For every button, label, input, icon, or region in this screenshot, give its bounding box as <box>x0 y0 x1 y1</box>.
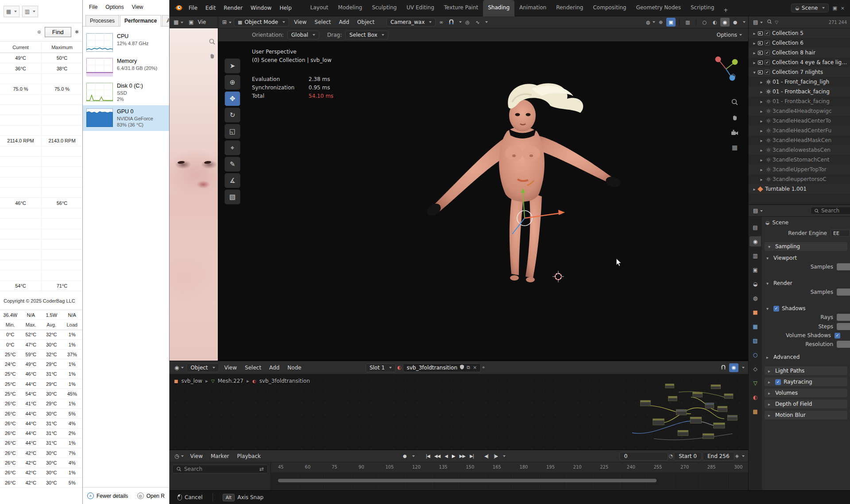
close-icon[interactable]: × <box>841 5 845 11</box>
expand-icon[interactable]: ▸ <box>758 99 765 104</box>
panels-icon[interactable]: ▥ <box>22 6 38 17</box>
gizmo-toggle-icon[interactable]: ⊕ <box>656 18 665 27</box>
shading-solid-icon[interactable]: ◐ <box>710 18 719 27</box>
outliner-item-collection-4-eye-face-lights[interactable]: ▸ ✓ Collection 4 eye & face lights <box>749 58 850 67</box>
prev-keyframe-button[interactable]: ◀◀ <box>432 453 442 459</box>
workspace-tab-animation[interactable]: Animation <box>514 0 551 16</box>
outliner-item-3candleheadcenterfu[interactable]: ▸ 3candleHeadCenterFu <box>749 126 850 135</box>
add-cube-tool[interactable]: ▧ <box>224 189 240 204</box>
keying-set-icon[interactable]: ◈ <box>735 453 739 459</box>
stats-row[interactable]: 26°C42°C30°C1% <box>0 468 82 478</box>
modifiers-properties-tab[interactable]: ▦ <box>750 321 761 331</box>
workspace-tab-scripting[interactable]: Scripting <box>686 0 719 16</box>
sensor-row[interactable] <box>0 126 82 136</box>
sensor-row[interactable]: 54°C71°C <box>0 281 82 291</box>
timeline-menu-playback[interactable]: Playback <box>233 452 265 461</box>
fake-user-shield-icon[interactable] <box>460 365 464 371</box>
world-properties-tab[interactable]: ◍ <box>750 293 761 303</box>
panel-sampling[interactable]: ▾ Sampling <box>765 242 847 251</box>
breadcrumb-svb-low[interactable]: svb_low <box>181 378 202 384</box>
node-graph-preview[interactable] <box>625 381 745 447</box>
chevron-down-icon[interactable] <box>742 455 745 457</box>
workspace-tab-sculpting[interactable]: Sculpting <box>367 0 402 16</box>
sensor-row[interactable] <box>0 208 82 219</box>
expand-icon[interactable]: ▾ <box>751 70 757 75</box>
outliner-item-collection-7-nlights[interactable]: ▾ ✓ Collection 7 nlights <box>749 67 850 77</box>
collection-checkbox[interactable]: ✓ <box>765 60 770 65</box>
stats-row[interactable]: 26°C42°C30°C4% <box>0 458 82 468</box>
workspace-tab-compositing[interactable]: Compositing <box>588 0 631 16</box>
panel-shadows[interactable]: ▾ ✓ Shadows <box>766 305 846 312</box>
sensor-row[interactable] <box>0 157 82 167</box>
menu-file[interactable]: File <box>85 3 101 11</box>
render-properties-tab[interactable]: ◉ <box>750 236 761 246</box>
sensor-row[interactable]: 2114.0 RPM2143.0 RPM <box>0 136 82 146</box>
expand-icon[interactable]: ▸ <box>758 148 765 153</box>
outliner-item-3candlestomachcent[interactable]: ▸ 3candleStomachCent <box>749 155 850 165</box>
copy-icon[interactable]: ⧉ <box>467 365 470 370</box>
menu-window[interactable]: Window <box>247 4 275 12</box>
workspace-tab-uv-editing[interactable]: UV Editing <box>402 0 439 16</box>
workspace-tab-geometry-nodes[interactable]: Geometry Nodes <box>631 0 686 16</box>
render-samples-field[interactable] <box>837 289 850 296</box>
panel-sampling-viewport[interactable]: ▾ Viewport <box>766 255 846 261</box>
chevron-down-icon[interactable] <box>743 21 746 23</box>
constraints-properties-tab[interactable]: ◇ <box>750 364 761 374</box>
active-camera-dropdown[interactable]: Camera_wax <box>386 18 436 27</box>
outliner-item-collection-5[interactable]: ▸ ✓ Collection 5 <box>749 28 850 38</box>
stats-row[interactable]: 24°C49°C29°C1% <box>0 359 82 369</box>
sensor-row[interactable] <box>0 250 82 260</box>
stats-row[interactable]: 26°C41°C29°C1% <box>0 399 82 409</box>
clock-icon[interactable]: ◔ <box>669 453 673 459</box>
perf-item-memory[interactable]: Memory 6.4/31.8 GB (20%) <box>83 55 169 80</box>
chevron-down-icon[interactable] <box>459 21 462 23</box>
chevron-down-icon[interactable] <box>412 455 415 457</box>
menu-help[interactable]: Help <box>275 4 295 12</box>
shading-rendered-icon[interactable]: ● <box>730 18 740 27</box>
gear-icon[interactable]: ✱ <box>75 29 79 35</box>
outliner-item-3candleheadmaskcen[interactable]: ▸ 3candleHeadMaskCen <box>749 135 850 145</box>
shadows-checkbox[interactable]: ✓ <box>773 306 779 312</box>
scene-properties-tab[interactable]: ◒ <box>750 279 761 289</box>
viewport-menu-select[interactable]: Select <box>311 18 335 27</box>
material-name-field[interactable]: svb_3foldtransition ⧉ × <box>403 363 481 372</box>
sensor-row[interactable] <box>0 270 82 281</box>
properties-search[interactable]: Search <box>811 207 850 215</box>
shader-menu-node[interactable]: Node <box>283 363 305 372</box>
transform-tool[interactable]: ⌖ <box>224 140 240 155</box>
sensor-row[interactable]: 75.0 %75.0 % <box>0 84 82 94</box>
object-properties-tab[interactable]: ■ <box>750 307 761 317</box>
collection-checkbox[interactable]: ✓ <box>765 50 770 55</box>
character-model[interactable] <box>413 79 630 292</box>
open-resource-monitor-link[interactable]: Open R <box>147 493 165 499</box>
particles-properties-tab[interactable]: ▨ <box>750 335 761 346</box>
stats-row[interactable]: 26°C44°C31°C2% <box>0 429 82 439</box>
steps-field[interactable] <box>837 323 850 330</box>
prev-frame-button[interactable]: ◀| <box>482 453 491 459</box>
move-tool[interactable]: ✥ <box>224 91 240 106</box>
view-layer-icon[interactable]: ▣ <box>832 5 837 11</box>
panel-advanced[interactable]: ▸ Advanced <box>766 354 846 360</box>
viewport-menu-view[interactable]: View <box>290 18 310 27</box>
volume-shadows-checkbox[interactable]: ✓ <box>835 333 840 339</box>
timeline-tracks[interactable] <box>271 473 748 490</box>
expand-icon[interactable]: ▸ <box>758 177 765 182</box>
stats-row[interactable]: 26°C42°C30°C5% <box>0 478 82 488</box>
ortho-grid-icon[interactable]: ▦ <box>732 144 738 151</box>
panel-light-paths[interactable]: ▸ Light Paths <box>765 366 847 375</box>
sensor-row[interactable]: 36°C38°C <box>0 63 82 73</box>
tab-processes[interactable]: Processes <box>85 15 119 26</box>
timeline-ruler-region[interactable]: 4560759010512013515016518019521022524025… <box>271 462 748 490</box>
stats-row[interactable]: 26°C44°C31°C1% <box>0 439 82 448</box>
timeline-menu-view[interactable]: View <box>186 452 206 461</box>
outliner-item-3candleheadcenterto[interactable]: ▸ 3candleHeadCenterTo <box>749 116 850 126</box>
viewport-samples-field[interactable] <box>837 263 850 270</box>
expand-icon[interactable]: ▸ <box>758 167 765 172</box>
collection-checkbox[interactable]: ✓ <box>765 40 770 46</box>
texture-properties-tab[interactable]: ▩ <box>750 406 761 416</box>
collection-checkbox[interactable]: ✓ <box>765 31 770 36</box>
outliner-item-3candleuppertorsoc[interactable]: ▸ 3candleuppertorsoC <box>749 174 850 184</box>
outliner-item-3candlelowestabscen[interactable]: ▸ 3candlelowestabsCen <box>749 145 850 155</box>
object-visibility-icon[interactable]: ◍ <box>646 18 655 27</box>
expand-icon[interactable]: ▸ <box>758 109 765 114</box>
